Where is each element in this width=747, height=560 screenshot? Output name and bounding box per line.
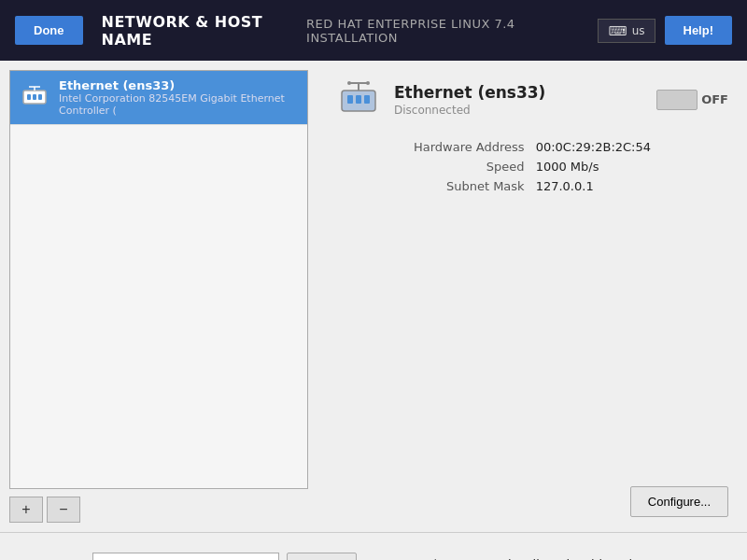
device-icon	[336, 76, 381, 123]
remove-network-button[interactable]: −	[47, 497, 80, 523]
svg-rect-2	[33, 94, 36, 100]
svg-rect-7	[347, 95, 353, 104]
speed-value: 1000 Mb/s	[536, 160, 728, 174]
right-spacer	[336, 212, 728, 486]
subnet-mask-value: 127.0.0.1	[536, 179, 728, 193]
done-button[interactable]: Done	[15, 16, 83, 45]
add-network-button[interactable]: +	[9, 497, 43, 523]
svg-rect-1	[27, 94, 31, 100]
device-header: Ethernet (ens33) Disconnected OFF	[336, 76, 728, 123]
hardware-address-value: 00:0C:29:2B:2C:54	[536, 140, 728, 154]
svg-point-13	[366, 81, 370, 85]
device-details: Hardware Address 00:0C:29:2B:2C:54 Speed…	[336, 140, 728, 193]
device-status: Disconnected	[394, 104, 545, 117]
help-button[interactable]: Help!	[665, 16, 733, 45]
top-bar-left: Done NETWORK & HOST NAME	[15, 13, 306, 49]
right-panel: Ethernet (ens33) Disconnected OFF Hardwa…	[317, 61, 747, 532]
hostname-row: Host name: Apply	[15, 553, 357, 560]
keyboard-indicator[interactable]: ⌨ us	[598, 19, 655, 43]
top-bar-right: ⌨ us Help!	[598, 16, 732, 45]
left-panel: Ethernet (ens33) Intel Corporation 82545…	[0, 61, 317, 532]
bottom-section: Host name: Apply Current host name: loca…	[0, 532, 747, 560]
top-bar: Done NETWORK & HOST NAME RED HAT ENTERPR…	[0, 0, 747, 61]
speed-label: Speed	[336, 160, 525, 174]
host-name-input[interactable]	[92, 553, 279, 560]
toggle-container: OFF	[656, 90, 728, 110]
network-toggle[interactable]	[656, 90, 698, 110]
list-controls: + −	[9, 497, 308, 523]
installation-title: RED HAT ENTERPRISE LINUX 7.4 INSTALLATIO…	[306, 17, 598, 45]
list-item[interactable]: Ethernet (ens33) Intel Corporation 82545…	[10, 71, 307, 125]
keyboard-lang: us	[632, 24, 645, 37]
device-info: Ethernet (ens33) Disconnected	[336, 76, 545, 123]
device-name: Ethernet (ens33)	[394, 83, 545, 102]
page-title: NETWORK & HOST NAME	[102, 13, 307, 49]
apply-button[interactable]: Apply	[287, 553, 357, 560]
network-list: Ethernet (ens33) Intel Corporation 82545…	[9, 70, 308, 489]
configure-button[interactable]: Configure...	[630, 486, 728, 517]
network-item-name: Ethernet (ens33)	[59, 78, 298, 92]
toggle-label: OFF	[701, 92, 728, 106]
svg-rect-3	[38, 94, 42, 100]
svg-rect-8	[356, 95, 361, 104]
subnet-mask-label: Subnet Mask	[336, 179, 525, 193]
svg-point-12	[347, 81, 351, 85]
main-content: Ethernet (ens33) Intel Corporation 82545…	[0, 61, 747, 532]
ethernet-icon	[20, 81, 49, 114]
hardware-address-label: Hardware Address	[336, 140, 525, 154]
network-item-description: Intel Corporation 82545EM Gigabit Ethern…	[59, 92, 298, 117]
svg-rect-9	[364, 95, 370, 104]
keyboard-icon: ⌨	[608, 23, 627, 38]
